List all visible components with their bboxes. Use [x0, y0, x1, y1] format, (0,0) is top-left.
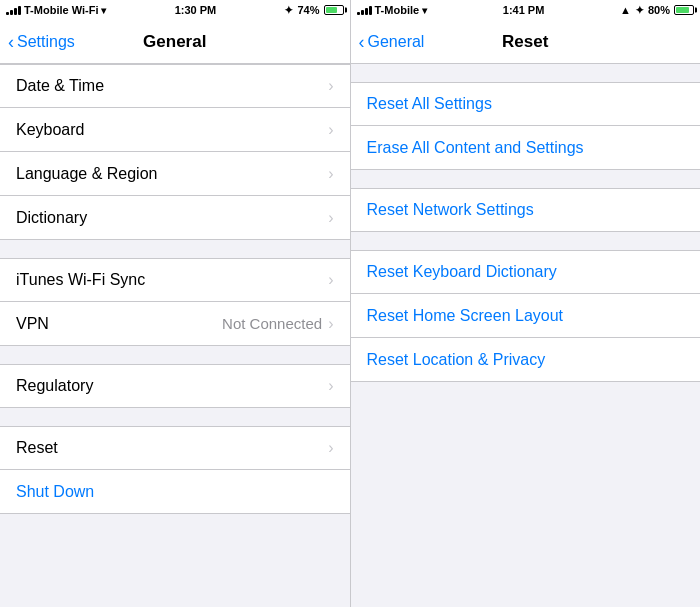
list-item-reset-all[interactable]: Reset All Settings: [351, 82, 701, 126]
list-item-reset-homescreen[interactable]: Reset Home Screen Layout: [351, 294, 701, 338]
section-group-r2: Reset Keyboard Dictionary Reset Home Scr…: [351, 250, 701, 382]
signal-bar-r3: [365, 8, 368, 15]
section-group-2: Regulatory ›: [0, 364, 350, 408]
signal-bars-right: [357, 5, 372, 15]
list-item-reset-location[interactable]: Reset Location & Privacy: [351, 338, 701, 382]
time-label: 1:30 PM: [175, 4, 217, 16]
back-label-left: Settings: [17, 33, 75, 51]
section-group-r0: Reset All Settings Erase All Content and…: [351, 82, 701, 170]
chevron-reset: ›: [328, 439, 333, 457]
signal-bar-r4: [369, 6, 372, 15]
battery-pct-label-right: 80%: [648, 4, 670, 16]
list-item-itunes[interactable]: iTunes Wi-Fi Sync ›: [0, 258, 350, 302]
wifi-icon-right: ▾: [422, 5, 427, 16]
list-item-vpn[interactable]: VPN Not Connected ›: [0, 302, 350, 346]
item-label-keyboard: Keyboard: [16, 121, 328, 139]
signal-bar-2: [10, 10, 13, 15]
page-title-right: Reset: [502, 32, 548, 52]
nav-bar-right: ‹ General Reset: [351, 20, 701, 64]
item-label-dictionary: Dictionary: [16, 209, 328, 227]
chevron-regulatory: ›: [328, 377, 333, 395]
bluetooth-icon-right: ✦: [635, 4, 644, 17]
list-item-dictionary[interactable]: Dictionary ›: [0, 196, 350, 240]
settings-list-left: Date & Time › Keyboard › Language & Regi…: [0, 64, 350, 607]
spacer-2: [0, 408, 350, 426]
time-label-right: 1:41 PM: [503, 4, 545, 16]
section-group-3: Reset › Shut Down: [0, 426, 350, 514]
battery: [324, 5, 344, 15]
wifi-icon: ▾: [101, 5, 106, 16]
battery-fill: [326, 7, 338, 13]
status-left-right: T-Mobile ▾: [357, 4, 428, 16]
list-item-reset[interactable]: Reset ›: [0, 426, 350, 470]
signal-bars: [6, 5, 21, 15]
status-bar-left: T-Mobile Wi-Fi ▾ 1:30 PM ✦ 74%: [0, 0, 350, 20]
list-item-language[interactable]: Language & Region ›: [0, 152, 350, 196]
left-panel: T-Mobile Wi-Fi ▾ 1:30 PM ✦ 74% ‹ Setting…: [0, 0, 350, 607]
battery-right: [674, 5, 694, 15]
section-group-1: iTunes Wi-Fi Sync › VPN Not Connected ›: [0, 258, 350, 346]
location-icon-right: ▲: [620, 4, 631, 16]
chevron-keyboard: ›: [328, 121, 333, 139]
page-title-left: General: [143, 32, 206, 52]
chevron-dictionary: ›: [328, 209, 333, 227]
list-item-reset-network[interactable]: Reset Network Settings: [351, 188, 701, 232]
back-button-right[interactable]: ‹ General: [359, 33, 425, 51]
item-label-reset-homescreen: Reset Home Screen Layout: [367, 307, 685, 325]
item-label-reset-all: Reset All Settings: [367, 95, 685, 113]
item-label-shutdown: Shut Down: [16, 483, 334, 501]
item-value-vpn: Not Connected: [222, 315, 322, 332]
carrier-label: T-Mobile Wi-Fi: [24, 4, 98, 16]
spacer-0: [0, 240, 350, 258]
battery-wrap: [324, 5, 344, 15]
nav-bar-left: ‹ Settings General: [0, 20, 350, 64]
list-item-date-time[interactable]: Date & Time ›: [0, 64, 350, 108]
item-label-reset-keyboard: Reset Keyboard Dictionary: [367, 263, 685, 281]
item-label-reset: Reset: [16, 439, 328, 457]
item-label-language: Language & Region: [16, 165, 328, 183]
signal-bar-r2: [361, 10, 364, 15]
item-label-reset-network: Reset Network Settings: [367, 201, 685, 219]
status-left: T-Mobile Wi-Fi ▾: [6, 4, 106, 16]
chevron-language: ›: [328, 165, 333, 183]
section-group-r1: Reset Network Settings: [351, 188, 701, 232]
spacer-r2: [351, 382, 701, 400]
item-label-regulatory: Regulatory: [16, 377, 328, 395]
section-group-0: Date & Time › Keyboard › Language & Regi…: [0, 64, 350, 240]
spacer-r1: [351, 232, 701, 250]
item-label-date-time: Date & Time: [16, 77, 328, 95]
chevron-itunes: ›: [328, 271, 333, 289]
item-label-vpn: VPN: [16, 315, 222, 333]
spacer-1: [0, 346, 350, 364]
spacer-r0: [351, 170, 701, 188]
battery-wrap-right: [674, 5, 694, 15]
list-item-erase-all[interactable]: Erase All Content and Settings: [351, 126, 701, 170]
battery-fill-right: [676, 7, 689, 13]
back-chevron-left: ‹: [8, 33, 14, 51]
back-button-left[interactable]: ‹ Settings: [8, 33, 75, 51]
signal-bar-3: [14, 8, 17, 15]
list-item-keyboard[interactable]: Keyboard ›: [0, 108, 350, 152]
status-right: ✦ 74%: [284, 4, 343, 17]
spacer-r-top: [351, 64, 701, 82]
chevron-vpn: ›: [328, 315, 333, 333]
battery-pct-label: 74%: [297, 4, 319, 16]
carrier-label-right: T-Mobile: [375, 4, 420, 16]
item-label-erase-all: Erase All Content and Settings: [367, 139, 685, 157]
status-bar-right: T-Mobile ▾ 1:41 PM ▲ ✦ 80%: [351, 0, 701, 20]
list-item-regulatory[interactable]: Regulatory ›: [0, 364, 350, 408]
chevron-date-time: ›: [328, 77, 333, 95]
signal-bar-4: [18, 6, 21, 15]
bluetooth-icon: ✦: [284, 4, 293, 17]
item-label-itunes: iTunes Wi-Fi Sync: [16, 271, 328, 289]
back-label-right: General: [368, 33, 425, 51]
signal-bar-1: [6, 12, 9, 15]
back-chevron-right: ‹: [359, 33, 365, 51]
settings-list-right: Reset All Settings Erase All Content and…: [351, 64, 701, 607]
list-item-shutdown[interactable]: Shut Down: [0, 470, 350, 514]
list-item-reset-keyboard[interactable]: Reset Keyboard Dictionary: [351, 250, 701, 294]
right-panel: T-Mobile ▾ 1:41 PM ▲ ✦ 80% ‹ General Res…: [351, 0, 701, 607]
item-label-reset-location: Reset Location & Privacy: [367, 351, 685, 369]
signal-bar-r1: [357, 12, 360, 15]
status-right-right: ▲ ✦ 80%: [620, 4, 694, 17]
